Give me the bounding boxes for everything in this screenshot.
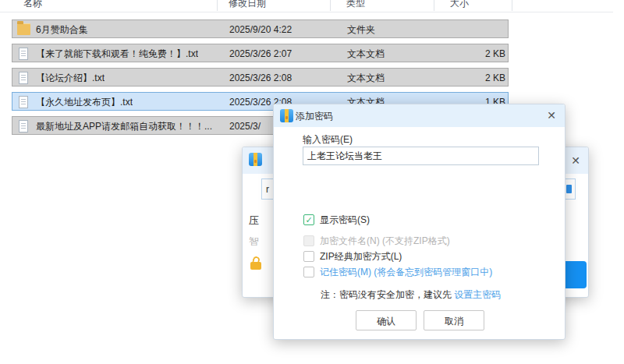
checkbox-unchecked-icon[interactable] bbox=[303, 267, 314, 277]
file-date: 2025/3/ bbox=[229, 120, 261, 133]
checkbox-label: 记住密码(M) (将会备忘到密码管理窗口中) bbox=[320, 267, 492, 278]
checkbox-disabled-icon bbox=[303, 235, 314, 246]
file-date: 2025/3/26 2:07 bbox=[229, 48, 292, 60]
confirm-button[interactable]: 确认 bbox=[356, 310, 417, 330]
text-file-icon bbox=[19, 120, 28, 133]
set-master-password-link[interactable]: 设置主密码 bbox=[454, 289, 501, 300]
column-divider bbox=[434, 0, 434, 11]
column-divider bbox=[330, 0, 331, 11]
file-type: 文本文档 bbox=[347, 72, 385, 84]
file-name: 【论坛介绍】.txt bbox=[36, 72, 105, 84]
cancel-button[interactable]: 取消 bbox=[424, 310, 484, 330]
dialog-title: 添加密码 bbox=[296, 110, 333, 123]
file-name: 6月赞助合集 bbox=[36, 23, 88, 36]
compress-option-label-muted: 智 bbox=[249, 235, 259, 249]
password-input[interactable] bbox=[303, 147, 539, 165]
screen: 名称 修改日期 类型 大小 6月赞助合集 2025/9/20 4:22 文件夹 … bbox=[0, 0, 624, 364]
checkbox-label: 加密文件名(N) (不支持ZIP格式) bbox=[320, 235, 450, 247]
note-text: 注：密码没有安全加密，建议先 bbox=[321, 289, 454, 300]
compress-option-label: 压 bbox=[249, 214, 259, 228]
blue-file-icon bbox=[566, 185, 572, 193]
file-date: 2025/9/20 4:22 bbox=[229, 23, 292, 36]
table-row[interactable]: 6月赞助合集 2025/9/20 4:22 文件夹 bbox=[12, 19, 509, 38]
checkbox-label: ZIP经典加密方式(L) bbox=[320, 251, 402, 263]
column-divider bbox=[512, 0, 512, 11]
file-name: 【来了就能下载和观看！纯免费！】.txt bbox=[36, 48, 198, 60]
column-divider bbox=[217, 0, 218, 11]
close-icon[interactable]: ✕ bbox=[569, 154, 583, 168]
checkbox-label: 显示密码(S) bbox=[320, 214, 370, 226]
lock-icon bbox=[250, 262, 261, 270]
column-header-name[interactable]: 名称 bbox=[23, 0, 42, 9]
zip-app-icon bbox=[249, 153, 262, 166]
checkbox-unchecked-icon[interactable] bbox=[303, 251, 314, 262]
column-header-type[interactable]: 类型 bbox=[346, 0, 365, 9]
header-underline bbox=[0, 12, 613, 12]
text-file-icon bbox=[19, 96, 28, 108]
file-type: 文件夹 bbox=[347, 23, 375, 36]
close-icon[interactable]: ✕ bbox=[544, 108, 558, 122]
folder-icon bbox=[17, 23, 30, 35]
file-name: 最新地址及APP请发邮箱自动获取！！！... bbox=[36, 120, 212, 133]
column-header-date[interactable]: 修改日期 bbox=[229, 0, 266, 9]
table-row[interactable]: 【论坛介绍】.txt 2025/3/26 2:08 文本文档 2 KB bbox=[12, 68, 509, 87]
add-password-dialog: 添加密码 ✕ 输入密码(E) ✓ 显示密码(S) 加密文件名(N) (不支持ZI… bbox=[273, 104, 566, 340]
zip-app-icon bbox=[280, 109, 293, 122]
text-file-icon bbox=[19, 72, 28, 84]
checkbox-checked-icon[interactable]: ✓ bbox=[303, 214, 314, 225]
column-header-size[interactable]: 大小 bbox=[450, 0, 469, 9]
table-row[interactable]: 【来了就能下载和观看！纯免费！】.txt 2025/3/26 2:07 文本文档… bbox=[12, 44, 509, 62]
password-input-label: 输入密码(E) bbox=[303, 133, 353, 147]
file-name: 【永久地址发布页】.txt bbox=[36, 96, 133, 108]
text-file-icon bbox=[19, 48, 28, 60]
file-size: 2 KB bbox=[434, 72, 509, 84]
file-type: 文本文档 bbox=[347, 48, 385, 60]
security-note: 注：密码没有安全加密，建议先 设置主密码 bbox=[321, 288, 501, 302]
file-date: 2025/3/26 2:08 bbox=[229, 72, 292, 84]
file-size: 2 KB bbox=[434, 48, 509, 60]
